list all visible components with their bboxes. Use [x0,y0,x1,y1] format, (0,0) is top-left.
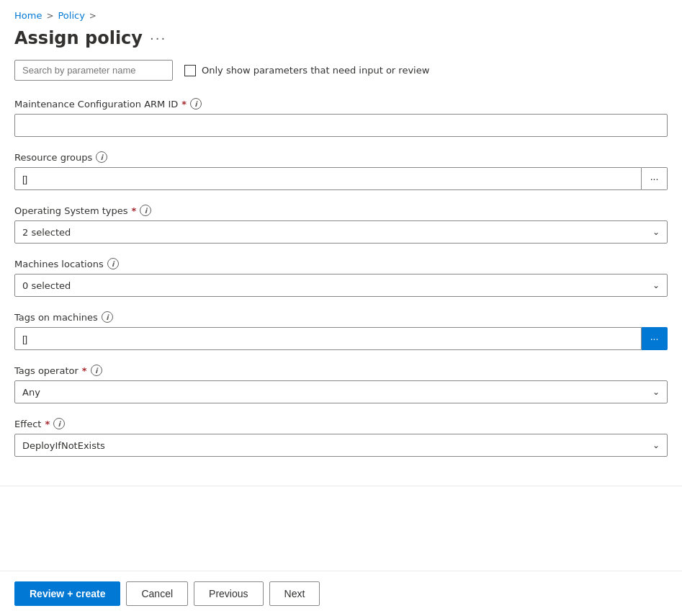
previous-button[interactable]: Previous [194,581,263,606]
page-title-row: Assign policy ··· [0,24,682,60]
resource-groups-input[interactable] [14,167,642,190]
tags-operator-dropdown[interactable]: Any ⌄ [14,380,668,403]
page-title: Assign policy [14,28,143,48]
tags-on-machines-browse-button[interactable]: ··· [642,327,668,350]
os-types-info-icon[interactable]: i [140,205,151,216]
tags-on-machines-label: Tags on machines i [14,311,668,323]
effect-group: Effect * i DeployIfNotExists ⌄ [14,418,668,457]
os-types-required-star: * [132,205,137,216]
os-types-group: Operating System types * i 2 selected ⌄ [14,205,668,244]
resource-groups-group: Resource groups i ··· [14,151,668,190]
review-create-button[interactable]: Review + create [14,581,120,606]
main-content: Only show parameters that need input or … [0,60,682,457]
tags-operator-label: Tags operator * i [14,365,668,376]
effect-required-star: * [45,419,50,429]
tags-on-machines-input-row: ··· [14,327,668,350]
tags-operator-required-star: * [82,365,87,376]
effect-chevron-icon: ⌄ [652,440,660,450]
machine-locations-value: 0 selected [22,280,71,291]
os-types-value: 2 selected [22,227,71,238]
tags-on-machines-info-icon[interactable]: i [102,311,113,323]
footer-divider [0,486,682,486]
os-types-dropdown[interactable]: 2 selected ⌄ [14,220,668,244]
os-types-chevron-icon: ⌄ [652,227,660,237]
search-row: Only show parameters that need input or … [14,60,668,81]
search-input[interactable] [14,60,173,81]
next-button[interactable]: Next [269,581,320,606]
maintenance-arm-id-label: Maintenance Configuration ARM ID * i [14,98,668,110]
show-params-label: Only show parameters that need input or … [202,65,429,76]
maintenance-arm-id-group: Maintenance Configuration ARM ID * i [14,98,668,137]
machine-locations-chevron-icon: ⌄ [652,280,660,290]
breadcrumb-sep2: > [89,11,97,21]
resource-groups-input-row: ··· [14,167,668,190]
effect-dropdown[interactable]: DeployIfNotExists ⌄ [14,434,668,457]
tags-on-machines-input[interactable] [14,327,642,350]
machine-locations-group: Machines locations i 0 selected ⌄ [14,258,668,297]
tags-operator-group: Tags operator * i Any ⌄ [14,365,668,403]
resource-groups-info-icon[interactable]: i [96,151,107,163]
machine-locations-info-icon[interactable]: i [107,258,119,269]
breadcrumb-sep1: > [46,11,53,21]
checkbox-row: Only show parameters that need input or … [184,65,429,76]
resource-groups-browse-button[interactable]: ··· [642,167,668,190]
effect-label: Effect * i [14,418,668,429]
breadcrumb-home[interactable]: Home [14,10,42,21]
resource-groups-label: Resource groups i [14,151,668,163]
footer: Review + create Cancel Previous Next [0,571,682,616]
machine-locations-label: Machines locations i [14,258,668,269]
effect-value: DeployIfNotExists [22,440,105,451]
cancel-button[interactable]: Cancel [126,581,188,606]
more-options-icon[interactable]: ··· [150,31,166,46]
maintenance-arm-info-icon[interactable]: i [190,98,202,110]
maintenance-arm-required-star: * [181,99,187,110]
maintenance-arm-id-input[interactable] [14,114,668,137]
machine-locations-dropdown[interactable]: 0 selected ⌄ [14,274,668,297]
tags-operator-chevron-icon: ⌄ [652,387,660,397]
tags-operator-info-icon[interactable]: i [91,365,102,376]
breadcrumb-policy[interactable]: Policy [58,10,84,21]
effect-info-icon[interactable]: i [53,418,65,429]
show-params-checkbox[interactable] [184,65,196,76]
breadcrumb: Home > Policy > [0,0,682,24]
tags-operator-value: Any [22,387,40,398]
os-types-label: Operating System types * i [14,205,668,216]
tags-on-machines-group: Tags on machines i ··· [14,311,668,350]
